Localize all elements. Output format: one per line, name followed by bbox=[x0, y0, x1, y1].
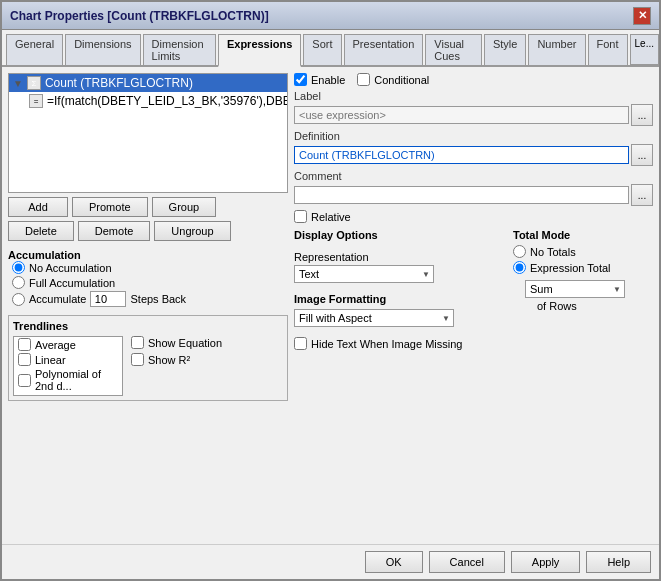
enable-option[interactable]: Enable bbox=[294, 73, 345, 86]
delete-button[interactable]: Delete bbox=[8, 221, 74, 241]
buttons-row-1: Add Promote Group bbox=[8, 197, 288, 217]
no-accumulation-label: No Accumulation bbox=[29, 262, 112, 274]
trend-check-0[interactable] bbox=[18, 338, 31, 351]
accumulate-option[interactable]: Accumulate bbox=[12, 293, 86, 306]
trend-check-1[interactable] bbox=[18, 353, 31, 366]
expression-item-0[interactable]: ▼ Σ Count (TRBKFLGLOCTRN) bbox=[9, 74, 287, 92]
comment-field-group: Comment ... bbox=[294, 170, 653, 206]
total-mode-section: Total Mode No Totals Expression Total bbox=[513, 229, 653, 538]
content-area: ▼ Σ Count (TRBKFLGLOCTRN) = =If(match(DB… bbox=[2, 67, 659, 544]
comment-dots-button[interactable]: ... bbox=[631, 184, 653, 206]
title-bar: Chart Properties [Count (TRBKFLGLOCTRN)]… bbox=[2, 2, 659, 30]
expression-total-label: Expression Total bbox=[530, 262, 611, 274]
tab-sort[interactable]: Sort bbox=[303, 34, 341, 65]
trendlines-list: Average Linear Polynomial of 2nd d... bbox=[13, 336, 123, 396]
hide-text-option[interactable]: Hide Text When Image Missing bbox=[294, 337, 505, 350]
comment-input[interactable] bbox=[294, 186, 629, 204]
tab-general[interactable]: General bbox=[6, 34, 63, 65]
accumulate-radio[interactable] bbox=[12, 293, 25, 306]
ungroup-button[interactable]: Ungroup bbox=[154, 221, 230, 241]
no-totals-option[interactable]: No Totals bbox=[513, 245, 653, 258]
full-accumulation-option[interactable]: Full Accumulation bbox=[12, 276, 288, 289]
relative-label: Relative bbox=[311, 211, 351, 223]
right-top: Enable Conditional Label ... bbox=[294, 73, 653, 223]
tab-font[interactable]: Font bbox=[588, 34, 628, 65]
no-accumulation-option[interactable]: No Accumulation bbox=[12, 261, 288, 274]
right-bottom: Display Options Representation Text Line… bbox=[294, 229, 653, 538]
hide-text-checkbox[interactable] bbox=[294, 337, 307, 350]
total-mode-title: Total Mode bbox=[513, 229, 653, 241]
trend-label-2: Polynomial of 2nd d... bbox=[35, 368, 118, 392]
buttons-row-2: Delete Demote Ungroup bbox=[8, 221, 288, 241]
cancel-button[interactable]: Cancel bbox=[429, 551, 505, 573]
conditional-option[interactable]: Conditional bbox=[357, 73, 429, 86]
definition-dots-button[interactable]: ... bbox=[631, 144, 653, 166]
expression-total-option[interactable]: Expression Total bbox=[513, 261, 653, 274]
conditional-checkbox[interactable] bbox=[357, 73, 370, 86]
image-formatting-title: Image Formatting bbox=[294, 293, 505, 305]
tab-dimensions[interactable]: Dimensions bbox=[65, 34, 140, 65]
no-accumulation-radio[interactable] bbox=[12, 261, 25, 274]
show-equation-option[interactable]: Show Equation bbox=[131, 336, 222, 349]
tab-expressions[interactable]: Expressions bbox=[218, 34, 301, 67]
tab-more[interactable]: Le... bbox=[630, 34, 659, 65]
tab-number[interactable]: Number bbox=[528, 34, 585, 65]
sum-dropdown[interactable]: Sum Avg Min Max bbox=[525, 280, 625, 298]
relative-option[interactable]: Relative bbox=[294, 210, 653, 223]
expression-total-radio[interactable] bbox=[513, 261, 526, 274]
label-input-row: ... bbox=[294, 104, 653, 126]
promote-button[interactable]: Promote bbox=[72, 197, 148, 217]
trend-item-3[interactable]: Polynomial of 3rd d... bbox=[14, 393, 122, 396]
full-accumulation-radio[interactable] bbox=[12, 276, 25, 289]
conditional-label: Conditional bbox=[374, 74, 429, 86]
accumulation-section: Accumulation No Accumulation Full Accumu… bbox=[8, 245, 288, 307]
left-panel: ▼ Σ Count (TRBKFLGLOCTRN) = =If(match(DB… bbox=[8, 73, 288, 538]
no-totals-radio[interactable] bbox=[513, 245, 526, 258]
trend-label-1: Linear bbox=[35, 354, 66, 366]
trendlines-body: Average Linear Polynomial of 2nd d... bbox=[13, 336, 283, 396]
add-button[interactable]: Add bbox=[8, 197, 68, 217]
show-equation-label: Show Equation bbox=[148, 337, 222, 349]
accumulate-label: Accumulate bbox=[29, 293, 86, 305]
accumulation-label: Accumulation bbox=[8, 249, 288, 261]
representation-dropdown[interactable]: Text Line Bar Bubble bbox=[294, 265, 434, 283]
sum-dropdown-wrapper: Sum Avg Min Max bbox=[525, 280, 625, 298]
label-input[interactable] bbox=[294, 106, 629, 124]
trend-item-0[interactable]: Average bbox=[14, 337, 122, 352]
expression-list: ▼ Σ Count (TRBKFLGLOCTRN) = =If(match(DB… bbox=[8, 73, 288, 193]
label-field-label: Label bbox=[294, 90, 653, 102]
trend-item-2[interactable]: Polynomial of 2nd d... bbox=[14, 367, 122, 393]
image-formatting-dropdown[interactable]: Fill with Aspect Fill without Aspect Alw… bbox=[294, 309, 454, 327]
show-r2-checkbox[interactable] bbox=[131, 353, 144, 366]
definition-input-row: ... bbox=[294, 144, 653, 166]
help-button[interactable]: Help bbox=[586, 551, 651, 573]
label-dots-button[interactable]: ... bbox=[631, 104, 653, 126]
display-options: Display Options Representation Text Line… bbox=[294, 229, 505, 538]
definition-input[interactable] bbox=[294, 146, 629, 164]
representation-group: Representation Text Line Bar Bubble bbox=[294, 251, 505, 283]
expression-label-1: =If(match(DBETY_LEID_L3_BK,'35976'),DBE.… bbox=[47, 94, 288, 108]
representation-dropdown-wrapper: Text Line Bar Bubble bbox=[294, 265, 434, 283]
group-button[interactable]: Group bbox=[152, 197, 217, 217]
apply-button[interactable]: Apply bbox=[511, 551, 581, 573]
show-equation-checkbox[interactable] bbox=[131, 336, 144, 349]
tab-dimension-limits[interactable]: Dimension Limits bbox=[143, 34, 216, 65]
tabs-bar: General Dimensions Dimension Limits Expr… bbox=[2, 30, 659, 67]
enable-checkbox[interactable] bbox=[294, 73, 307, 86]
trend-check-2[interactable] bbox=[18, 374, 31, 387]
ok-button[interactable]: OK bbox=[365, 551, 423, 573]
trend-item-1[interactable]: Linear bbox=[14, 352, 122, 367]
tab-style[interactable]: Style bbox=[484, 34, 526, 65]
expression-item-1[interactable]: = =If(match(DBETY_LEID_L3_BK,'35976'),DB… bbox=[9, 92, 287, 110]
no-totals-label: No Totals bbox=[530, 246, 576, 258]
of-rows-label: of Rows bbox=[525, 300, 653, 312]
relative-checkbox[interactable] bbox=[294, 210, 307, 223]
steps-input[interactable] bbox=[90, 291, 126, 307]
expand-icon-0[interactable]: ▼ bbox=[13, 78, 23, 89]
tab-visual-cues[interactable]: Visual Cues bbox=[425, 34, 482, 65]
demote-button[interactable]: Demote bbox=[78, 221, 151, 241]
close-button[interactable]: ✕ bbox=[633, 7, 651, 25]
trendlines-header: Trendlines bbox=[13, 320, 283, 332]
show-r2-option[interactable]: Show R² bbox=[131, 353, 222, 366]
tab-presentation[interactable]: Presentation bbox=[344, 34, 424, 65]
